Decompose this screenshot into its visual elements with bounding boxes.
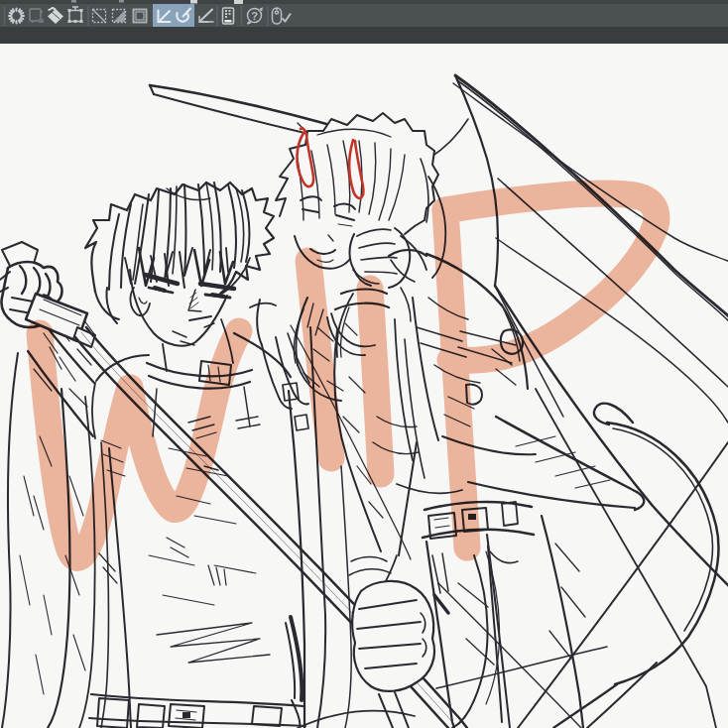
svg-text:?: ?: [251, 10, 258, 22]
